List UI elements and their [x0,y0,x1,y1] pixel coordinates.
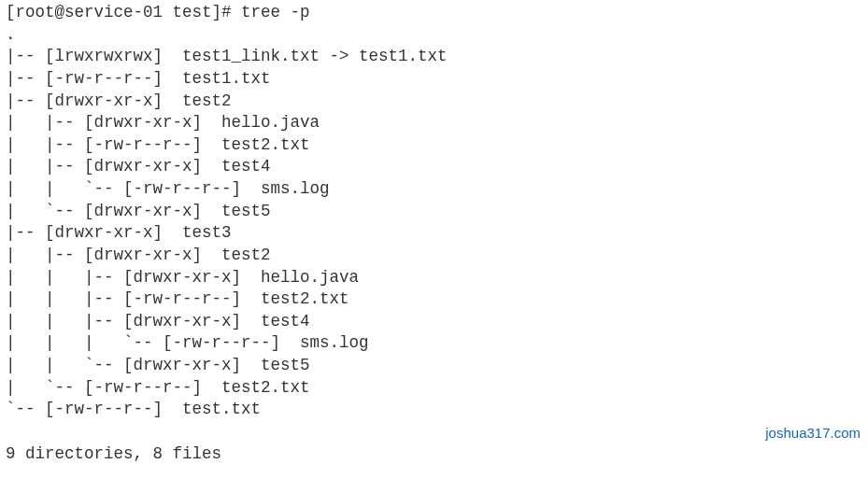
tree-line: | | | `-- [-rw-r--r--] sms.log [6,333,369,352]
tree-line: | | `-- [drwxr-xr-x] test5 [6,356,310,374]
tree-line: . [6,25,16,44]
tree-line: |-- [drwxr-xr-x] test3 [6,223,232,242]
tree-line: | `-- [drwxr-xr-x] test5 [6,202,271,220]
watermark-text: joshua317.com [765,424,861,443]
tree-line: | `-- [-rw-r--r--] test2.txt [6,378,310,397]
shell-prompt: [root@service-01 test]# tree -p [6,3,310,21]
tree-line: |-- [-rw-r--r--] test1.txt [6,69,271,88]
tree-line: |-- [lrwxrwxrwx] test1_link.txt -> test1… [6,47,448,65]
terminal-output: [root@service-01 test]# tree -p . |-- [l… [6,2,862,465]
tree-line: `-- [-rw-r--r--] test.txt [6,400,261,418]
tree-line: | |-- [drwxr-xr-x] test2 [6,246,271,264]
tree-line: | | |-- [-rw-r--r--] test2.txt [6,289,349,308]
tree-line: | |-- [drwxr-xr-x] hello.java [6,113,320,132]
tree-summary: 9 directories, 8 files [6,444,221,463]
tree-line: | | |-- [drwxr-xr-x] test4 [6,312,310,330]
tree-line: | |-- [-rw-r--r--] test2.txt [6,135,310,154]
tree-line: | |-- [drwxr-xr-x] test4 [6,157,271,176]
tree-line: | | |-- [drwxr-xr-x] hello.java [6,268,359,287]
tree-line: |-- [drwxr-xr-x] test2 [6,91,232,110]
tree-line: | | `-- [-rw-r--r--] sms.log [6,179,330,198]
